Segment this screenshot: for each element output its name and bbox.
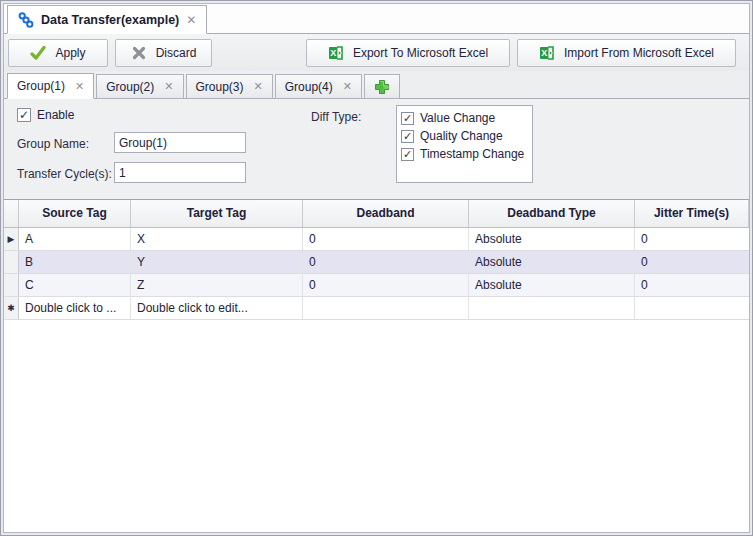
document-tab-title: Data Transfer(example): [41, 13, 179, 27]
column-header-deadband-type[interactable]: Deadband Type: [469, 200, 635, 227]
tab-group-1[interactable]: Group(1) ✕: [7, 73, 94, 99]
cell-jitter-time[interactable]: [635, 297, 749, 319]
transfer-cycle-label: Transfer Cycle(s):: [17, 167, 112, 181]
export-excel-button[interactable]: X Export To Microsoft Excel: [306, 39, 510, 67]
diff-option-label: Timestamp Change: [420, 147, 524, 161]
column-header-source-tag[interactable]: Source Tag: [19, 200, 131, 227]
table-row[interactable]: B Y 0 Absolute 0: [4, 251, 749, 274]
window-frame: Data Transfer(example) ✕ Apply Discard: [0, 0, 753, 536]
diff-type-listbox: Value Change Quality Change Timestamp Ch…: [396, 105, 533, 183]
tab-group-1-label: Group(1): [17, 79, 65, 93]
cell-target-tag[interactable]: Z: [131, 274, 303, 296]
check-icon: [30, 45, 46, 61]
transfer-grid: Source Tag Target Tag Deadband Deadband …: [4, 199, 749, 532]
cell-deadband[interactable]: 0: [303, 228, 469, 250]
row-marker: [4, 274, 19, 296]
grid-header-row: Source Tag Target Tag Deadband Deadband …: [4, 200, 749, 228]
table-row[interactable]: C Z 0 Absolute 0: [4, 274, 749, 297]
document-tab-data-transfer[interactable]: Data Transfer(example) ✕: [7, 5, 207, 34]
grid-indicator-header: [4, 200, 19, 227]
tab-group-4-label: Group(4): [285, 80, 333, 94]
group-name-input[interactable]: [114, 132, 246, 153]
tab-group-2-label: Group(2): [106, 80, 154, 94]
plus-icon: [374, 79, 390, 95]
enable-checkbox[interactable]: Enable: [17, 108, 74, 122]
document-tab-bar: Data Transfer(example) ✕: [4, 4, 749, 34]
cell-target-tag[interactable]: Double click to edit...: [131, 297, 303, 319]
close-icon[interactable]: ✕: [254, 81, 263, 92]
svg-text:X: X: [330, 48, 336, 58]
cell-target-tag[interactable]: Y: [131, 251, 303, 273]
checkbox-check-icon: [401, 130, 414, 143]
group-tab-strip: Group(1) ✕ Group(2) ✕ Group(3) ✕ Group(4…: [4, 71, 749, 99]
diff-option-label: Quality Change: [420, 129, 503, 143]
close-icon[interactable]: ✕: [186, 14, 196, 26]
diff-option-value-change[interactable]: Value Change: [401, 109, 528, 127]
cell-target-tag[interactable]: X: [131, 228, 303, 250]
new-row-marker: ✱: [4, 297, 19, 319]
export-excel-button-label: Export To Microsoft Excel: [353, 46, 488, 60]
cell-jitter-time[interactable]: 0: [635, 274, 749, 296]
cell-deadband[interactable]: 0: [303, 274, 469, 296]
discard-button-label: Discard: [156, 46, 197, 60]
checkbox-check-icon: [17, 108, 31, 122]
cell-source-tag[interactable]: A: [19, 228, 131, 250]
cell-source-tag[interactable]: C: [19, 274, 131, 296]
cell-deadband[interactable]: [303, 297, 469, 319]
diff-option-quality-change[interactable]: Quality Change: [401, 127, 528, 145]
group-settings-panel: Enable Group Name: Transfer Cycle(s): Di…: [4, 99, 749, 532]
cell-deadband-type[interactable]: Absolute: [469, 251, 635, 273]
cell-deadband[interactable]: 0: [303, 251, 469, 273]
excel-export-icon: X: [328, 45, 344, 61]
diff-type-label: Diff Type:: [311, 110, 361, 124]
table-row[interactable]: ▶ A X 0 Absolute 0: [4, 228, 749, 251]
column-header-target-tag[interactable]: Target Tag: [131, 200, 303, 227]
diff-option-label: Value Change: [420, 111, 495, 125]
cell-deadband-type[interactable]: Absolute: [469, 228, 635, 250]
import-excel-button[interactable]: X Import From Microsoft Excel: [517, 39, 736, 67]
cell-source-tag[interactable]: Double click to ...: [19, 297, 131, 319]
cell-source-tag[interactable]: B: [19, 251, 131, 273]
tab-group-2[interactable]: Group(2) ✕: [96, 74, 183, 99]
discard-button[interactable]: Discard: [115, 39, 212, 67]
transfer-cycle-input[interactable]: [114, 162, 246, 183]
cell-deadband-type[interactable]: [469, 297, 635, 319]
apply-button[interactable]: Apply: [8, 39, 108, 67]
svg-text:X: X: [541, 48, 547, 58]
current-row-marker: ▶: [4, 228, 19, 250]
toolbar: Apply Discard X Export To Microsoft Exce…: [4, 34, 749, 71]
cell-deadband-type[interactable]: Absolute: [469, 274, 635, 296]
new-row[interactable]: ✱ Double click to ... Double click to ed…: [4, 297, 749, 320]
checkbox-check-icon: [401, 112, 414, 125]
enable-label: Enable: [37, 108, 74, 122]
app-panel: Data Transfer(example) ✕ Apply Discard: [3, 3, 750, 533]
import-excel-button-label: Import From Microsoft Excel: [564, 46, 714, 60]
diff-option-timestamp-change[interactable]: Timestamp Change: [401, 145, 528, 163]
group-name-label: Group Name:: [17, 137, 89, 151]
excel-import-icon: X: [539, 45, 555, 61]
column-header-deadband[interactable]: Deadband: [303, 200, 469, 227]
tab-group-4[interactable]: Group(4) ✕: [275, 74, 362, 99]
x-icon: [131, 45, 147, 61]
tab-group-3-label: Group(3): [196, 80, 244, 94]
chain-link-icon: [18, 12, 34, 28]
add-group-button[interactable]: [364, 74, 400, 99]
column-header-jitter-time[interactable]: Jitter Time(s): [635, 200, 749, 227]
cell-jitter-time[interactable]: 0: [635, 228, 749, 250]
close-icon[interactable]: ✕: [343, 81, 352, 92]
cell-jitter-time[interactable]: 0: [635, 251, 749, 273]
close-icon[interactable]: ✕: [75, 81, 84, 92]
tab-group-3[interactable]: Group(3) ✕: [186, 74, 273, 99]
checkbox-check-icon: [401, 148, 414, 161]
apply-button-label: Apply: [55, 46, 85, 60]
row-marker: [4, 251, 19, 273]
close-icon[interactable]: ✕: [164, 81, 173, 92]
